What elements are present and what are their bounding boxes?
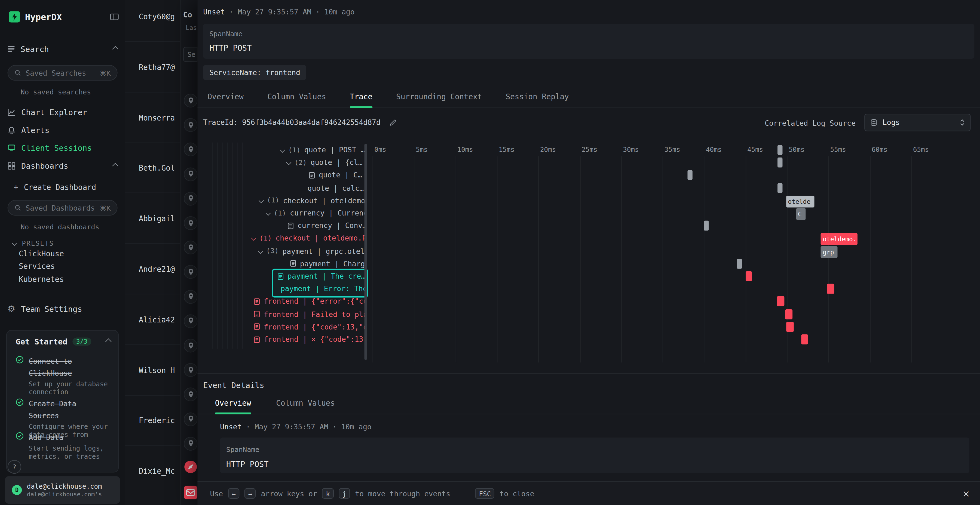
trace-tree-row[interactable]: currency | Conv… [288,219,366,232]
span-duration-bar[interactable] [737,259,742,269]
presets-header[interactable]: PRESETS [13,237,118,249]
location-pin-icon[interactable] [184,412,197,426]
sidebar-item-chart-explorer[interactable]: Chart Explorer [8,106,118,118]
location-pin-icon[interactable] [184,192,197,206]
trace-span-tree: (1)quote | POST …(2)quote | {cl…quote | … [197,0,366,375]
location-pin-icon[interactable] [184,314,197,328]
trace-tree-row[interactable]: frontend | Failed to place… [254,308,366,321]
get-started-header[interactable]: Get Started 3/3 [16,337,111,346]
span-duration-bar[interactable]: C [796,208,806,220]
grid-line [870,156,870,362]
user-email: dale@clickhouse.com [27,482,102,490]
chevron-down-icon[interactable] [251,236,256,241]
sidebar-item-alerts[interactable]: Alerts [8,124,118,136]
trace-tree-row[interactable]: (3)payment | grpc.oteld… [259,245,366,257]
span-duration-bar[interactable]: otelde [786,195,814,208]
span-duration-bar[interactable] [786,322,794,332]
location-pin-icon[interactable] [184,363,197,377]
shortcut-hint: ⌘K [100,69,111,77]
no-saved-searches-text: No saved searches [21,88,91,96]
chevron-down-icon[interactable] [286,160,291,165]
trace-tree-row[interactable]: (1)checkout | oteldemo.Pa… [252,232,366,245]
create-dashboard-button[interactable]: + Create Dashboard [14,181,118,194]
time-tick-label: 30ms [623,146,639,153]
span-duration-bar[interactable] [785,309,792,319]
mail-icon[interactable] [184,486,197,500]
location-pin-icon[interactable] [184,265,197,279]
chevron-up-icon[interactable] [105,338,111,345]
trace-tree-row[interactable]: frontend | × {"code":13,"d… [254,333,366,346]
trace-tree-row[interactable]: (1)currency | Currenc… [266,207,366,219]
get-started-progress-badge: 3/3 [72,337,91,346]
sidebar-item-label: Search [21,44,108,53]
location-pin-icon[interactable] [184,216,197,230]
user-chip[interactable]: D dale@clickhouse.com dale@clickhouse.co… [5,476,120,503]
chevron-up-icon[interactable] [112,46,118,52]
sidebar-item-dashboards[interactable]: Dashboards [8,159,118,172]
help-button[interactable]: ? [8,460,22,474]
chevron-up-icon[interactable] [112,162,118,169]
span-duration-bar[interactable] [801,334,808,345]
preset-item-kubernetes[interactable]: Kubernetes [19,275,64,284]
span-duration-bar[interactable] [704,221,709,231]
trace-tree-row[interactable]: (1)checkout | oteldemo.… [259,194,366,207]
location-pin-icon[interactable] [184,437,197,451]
left-arrow-key: ← [228,488,240,499]
sidebar-item-client-sessions[interactable]: Client Sessions [8,141,118,154]
collapse-sidebar-icon[interactable] [110,13,119,21]
chevron-down-icon[interactable] [259,198,264,203]
indent-guide [217,143,218,349]
trace-tree-row[interactable]: quote | calc… [308,182,364,194]
close-icon[interactable]: × [962,488,970,499]
gear-icon: ⚙ [8,305,16,313]
span-label: currency | Currenc… [290,209,366,218]
tab-event-column-values[interactable]: Column Values [276,394,335,414]
location-pin-icon[interactable] [184,241,197,255]
compass-icon[interactable] [184,460,197,474]
trace-tree-row[interactable]: (2)quote | {cl… [287,156,363,169]
location-pin-icon[interactable] [184,339,197,353]
saved-searches-input[interactable]: Saved Searches ⌘K [8,65,118,81]
get-started-item[interactable]: Connect to ClickHouse Set up your databa… [16,354,111,396]
preset-item-services[interactable]: Services [19,262,55,270]
trace-tree-row[interactable]: frontend | {"code":13,"det… [254,321,366,333]
tree-timeline-scrollbar[interactable] [364,144,367,360]
span-duration-bar[interactable] [778,145,783,155]
span-duration-bar[interactable]: grp [821,246,837,258]
span-duration-bar[interactable] [778,183,783,193]
chevron-down-icon[interactable] [280,148,285,152]
sidebar-item-search[interactable]: Search [8,43,118,55]
span-duration-bar[interactable] [827,284,834,294]
span-label: quote | POST … [304,146,365,154]
trace-tree-row[interactable]: quote | C… [309,169,362,181]
span-duration-bar[interactable]: oteldemo. [821,233,857,245]
get-started-item[interactable]: Add Data Start sending logs, metrics, or… [16,431,111,461]
preset-item-clickhouse[interactable]: ClickHouse [19,249,64,258]
search-icon [14,69,21,76]
span-duration-bar[interactable] [745,271,752,281]
chevron-down-icon[interactable] [258,248,263,254]
location-pin-icon[interactable] [184,290,197,304]
grid-line [621,156,622,362]
trace-tree-row[interactable]: (1)quote | POST … [281,144,365,156]
saved-dashboards-input[interactable]: Saved Dashboards ⌘K [8,200,118,216]
no-saved-dashboards-text: No saved dashboards [21,223,99,231]
chevron-down-icon[interactable] [266,211,270,216]
span-duration-bar[interactable] [778,157,783,168]
sidebar-item-team-settings[interactable]: ⚙ Team Settings [8,303,118,315]
span-duration-bar[interactable] [687,170,692,180]
location-pin-icon[interactable] [184,167,197,181]
indent-guide [212,143,212,349]
trace-tree-row[interactable]: payment | Charge … [290,257,366,270]
time-tick-label: 15ms [499,146,514,153]
location-pin-icon[interactable] [184,143,197,157]
footer-text: arrow keys or [261,489,317,498]
tab-event-overview[interactable]: Overview [215,394,251,414]
span-duration-bar[interactable] [777,297,784,306]
grid-line [579,156,580,362]
location-pin-icon[interactable] [184,94,197,108]
location-pin-icon[interactable] [184,118,197,132]
create-dashboard-label: Create Dashboard [24,183,96,192]
span-label: checkout | oteldemo.Pa… [275,234,366,243]
location-pin-icon[interactable] [184,388,197,402]
